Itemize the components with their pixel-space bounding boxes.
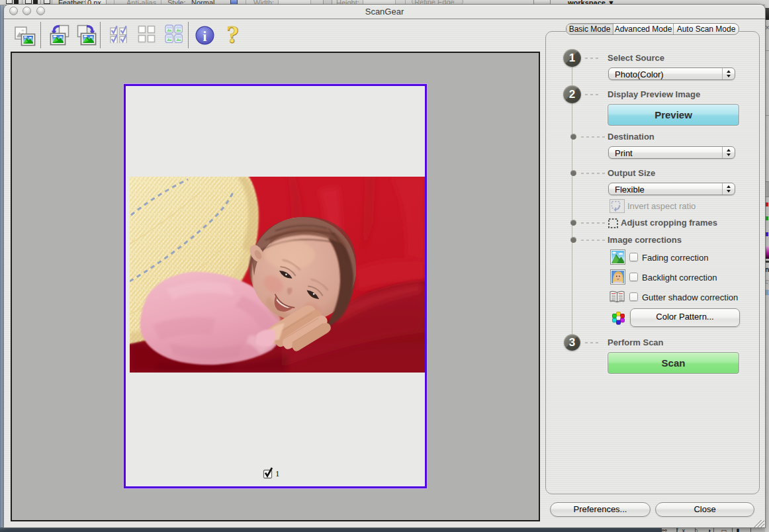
svg-text:i: i — [203, 28, 207, 44]
svg-text:?: ? — [226, 23, 239, 48]
